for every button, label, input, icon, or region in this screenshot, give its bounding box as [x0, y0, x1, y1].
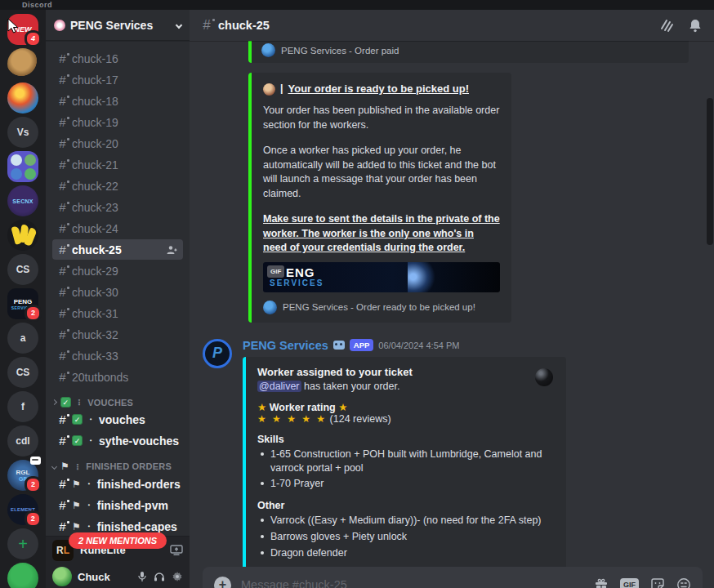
mention-badge: 2 — [25, 476, 42, 493]
message-input[interactable] — [241, 578, 584, 588]
channel-chuck-21[interactable]: #chuck-21 — [52, 154, 183, 175]
dot-separator: ・ — [87, 414, 95, 425]
channel-chuck-17[interactable]: #chuck-17 — [52, 69, 183, 90]
chat-scrollbar[interactable] — [707, 44, 713, 567]
hash-lock-icon: # — [58, 243, 67, 256]
channel-chuck-19[interactable]: #chuck-19 — [52, 112, 183, 132]
threads-icon[interactable] — [658, 17, 675, 33]
channel-chuck-32[interactable]: #chuck-32 — [52, 324, 183, 345]
app-badge: APP — [350, 339, 374, 351]
dot-separator: ・ — [87, 435, 95, 447]
server-name: PENG Services — [70, 19, 153, 32]
server-icon-f[interactable]: f — [7, 391, 38, 422]
message-input-bar: + GIF — [203, 567, 703, 588]
embed-title: Worker assigned to your ticket — [257, 366, 555, 378]
hash-lock-icon: # — [58, 264, 67, 278]
server-icon-bets[interactable] — [7, 82, 38, 114]
server-cdl-label: cdl — [16, 435, 29, 447]
channel-vouches[interactable]: # ✓ ・ vouches — [52, 409, 183, 430]
scrollbar-thumb[interactable] — [707, 98, 713, 245]
notification-bell-icon[interactable] — [688, 18, 703, 33]
server-icon-green[interactable] — [7, 563, 38, 588]
channel-chuck-20[interactable]: #chuck-20 — [52, 133, 183, 154]
server-icon-vs[interactable]: Vs — [7, 117, 38, 148]
emoji-picker-icon[interactable] — [676, 577, 691, 588]
dot-separator: ・ — [85, 521, 93, 532]
hash-icon: # — [58, 412, 67, 426]
add-server-button[interactable]: + — [7, 528, 38, 559]
server-icon-bananas[interactable] — [7, 220, 38, 251]
channel-chuck-30[interactable]: #chuck-30 — [52, 282, 183, 302]
channel-chuck-18[interactable]: #chuck-18 — [52, 91, 183, 111]
gift-icon[interactable] — [594, 577, 609, 588]
flag-emoji-icon: ⚑ — [72, 500, 81, 511]
review-count: (124 reviews) — [330, 413, 391, 425]
channel-finished-orders[interactable]: # ⚑ ・ finished-orders — [52, 474, 183, 494]
message-worker-assigned: P PENG Services APP 06/04/2024 4:54 PM W… — [203, 339, 714, 572]
hash-icon: # — [58, 519, 67, 533]
channel-chuck-24[interactable]: #chuck-24 — [52, 218, 183, 238]
attach-plus-icon[interactable]: + — [214, 577, 231, 588]
hash-lock-icon: # — [58, 306, 67, 320]
five-stars: ★ ★ ★ ★ ★ — [257, 413, 327, 425]
channel-finished-pvm[interactable]: # ⚑ ・ finished-pvm — [52, 495, 183, 515]
server-icon-cs-2[interactable]: CS — [7, 357, 38, 388]
channel-chuck-22[interactable]: #chuck-22 — [52, 176, 183, 196]
server-rgl-label: RGL — [16, 469, 30, 476]
server-boost-icon — [54, 20, 65, 31]
hash-lock-icon: # — [58, 327, 67, 341]
embed-footer-text: PENG Services - Order paid — [281, 46, 399, 56]
embed-paragraph: Your order has been published in the ava… — [263, 104, 500, 132]
channel-sythe-vouches[interactable]: # ✓ ・ sythe-vouches — [52, 430, 183, 451]
category-vouches[interactable]: ✓ ⋮ VOUCHES — [52, 397, 185, 408]
server-icon-peng[interactable]: PENG SERVICES 2 — [7, 288, 38, 319]
hash-lock-icon: # — [58, 285, 67, 299]
author-name[interactable]: PENG Services — [243, 339, 328, 352]
other-item: Barrows gloves + Piety unlock — [257, 530, 555, 544]
gif-picker-icon[interactable]: GIF — [620, 578, 639, 588]
hash-lock-icon: # — [201, 17, 212, 33]
server-icon-camel[interactable] — [7, 48, 38, 79]
hash-lock-icon: # — [58, 370, 67, 384]
new-mentions-pill[interactable]: 2 NEW MENTIONS — [69, 532, 167, 549]
channel-chuck-33[interactable]: #chuck-33 — [52, 345, 183, 366]
server-icon-element[interactable]: ELEMENT 2 — [7, 494, 38, 525]
server-icon-new[interactable]: NEW 4 — [7, 14, 38, 45]
robot-emoji-icon — [333, 341, 345, 350]
dots-icon: ⋮ — [74, 462, 82, 471]
headphones-icon[interactable] — [154, 571, 165, 582]
embed-paragraph: Once a worker has picked up your order, … — [263, 144, 500, 201]
screenshare-icon[interactable] — [170, 545, 183, 555]
mic-icon[interactable] — [137, 571, 147, 582]
sticker-icon[interactable] — [650, 577, 665, 588]
hash-lock-icon: # — [58, 73, 67, 87]
channel-20tutbonds[interactable]: #20tutbonds — [52, 367, 183, 387]
invite-people-icon[interactable] — [166, 245, 177, 255]
server-icon-cs-1[interactable]: CS — [7, 254, 38, 285]
check-emoji-icon: ✓ — [72, 435, 83, 446]
channel-chuck-31[interactable]: #chuck-31 — [52, 303, 183, 323]
server-icon-a[interactable]: a — [7, 323, 38, 354]
user-avatar[interactable] — [52, 567, 72, 586]
check-emoji-icon: ✓ — [72, 414, 83, 425]
embed-order-ready: | Your order is ready to be picked up! Y… — [248, 73, 511, 323]
avatar[interactable]: P — [203, 339, 232, 368]
server-icon-rgl[interactable]: RGL GP 2 — [7, 460, 38, 491]
server-icon-cdl[interactable]: cdl — [7, 425, 38, 457]
channel-chuck-25-selected[interactable]: # chuck-25 — [52, 239, 183, 260]
settings-gear-icon[interactable] — [172, 571, 183, 582]
hash-lock-icon: # — [58, 158, 67, 172]
server-header[interactable]: PENG Services — [46, 10, 190, 41]
channel-chuck-29[interactable]: #chuck-29 — [52, 261, 183, 281]
embed-order-paid: PENG Services - Order paid — [248, 41, 689, 63]
server-icon-secnx[interactable]: SECNX — [7, 185, 38, 216]
peng-services-gif-banner[interactable]: GIF ENG SERVICES — [263, 262, 500, 292]
plus-icon: + — [18, 535, 28, 554]
channel-chuck-16[interactable]: #chuck-16 — [52, 48, 183, 69]
chevron-down-icon — [51, 463, 57, 469]
channel-chuck-23[interactable]: #chuck-23 — [52, 197, 183, 217]
category-finished-orders[interactable]: ⚑ ⋮ FINISHED ORDERS — [52, 461, 185, 472]
hash-icon: # — [58, 434, 67, 448]
server-icon-app-grid[interactable] — [7, 151, 38, 182]
mention-daliver[interactable]: @daliver — [257, 381, 301, 392]
